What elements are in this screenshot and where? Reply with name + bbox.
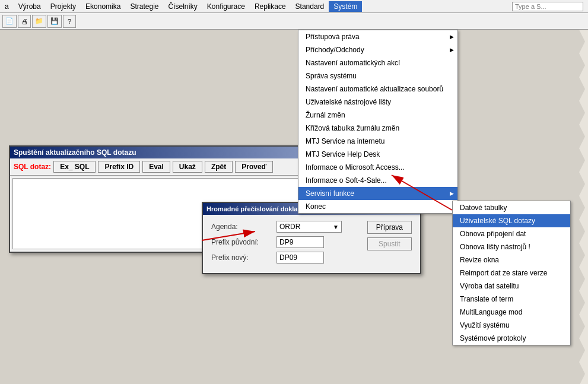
submenu-reimport[interactable]: Reimport dat ze stare verze bbox=[453, 266, 570, 280]
jagged-svg bbox=[573, 30, 588, 384]
agenda-select[interactable]: ORDR ▼ bbox=[276, 221, 342, 233]
agenda-dropdown-arrow: ▼ bbox=[333, 224, 339, 230]
menu-item-replikace[interactable]: Replikace bbox=[250, 1, 291, 12]
menu-zurnal-zmen[interactable]: Žurnál změn bbox=[298, 109, 457, 122]
jagged-edge bbox=[573, 30, 588, 384]
agenda-value: ORDR bbox=[279, 223, 300, 231]
menu-mtj-internet[interactable]: MTJ Service na internetu bbox=[298, 135, 457, 148]
toolbar-btn-save[interactable]: 💾 bbox=[47, 15, 62, 28]
menu-krizova-tabulka[interactable]: Křížová tabulka žurnálu změn bbox=[298, 122, 457, 135]
submenu-vyuziti-systemu[interactable]: Využití systému bbox=[453, 319, 570, 332]
toolbar-btn-open[interactable]: 📁 bbox=[32, 15, 46, 28]
system-dropdown-menu: Přístupová práva Příchody/Odchody Nastav… bbox=[298, 30, 458, 214]
submenu-multilanguage[interactable]: MultiLanguage mod bbox=[453, 306, 570, 319]
sql-btn-eval[interactable]: Eval bbox=[142, 161, 170, 173]
spustit-btn[interactable]: Spustit bbox=[367, 237, 412, 250]
main-area: Přístupová práva Příchody/Odchody Nastav… bbox=[0, 30, 588, 384]
menu-konec[interactable]: Konec bbox=[298, 200, 457, 213]
prefix-novy-label: Prefix nový: bbox=[211, 253, 276, 262]
sql-btn-prefix[interactable]: Prefix ID bbox=[98, 161, 140, 173]
prefix-novy-input[interactable] bbox=[276, 252, 324, 264]
menu-item-konfigurace[interactable]: Konfigurace bbox=[202, 1, 250, 12]
form-row-prefix-novy: Prefix nový: bbox=[211, 252, 412, 264]
hromadne-title: Hromadné přečíslování dokladů bbox=[206, 205, 306, 212]
search-area bbox=[512, 2, 588, 11]
servisni-submenu: Datové tabulky Uživatelské SQL dotazy Ob… bbox=[452, 201, 571, 345]
menu-item-projekty[interactable]: Projekty bbox=[46, 1, 81, 12]
menu-item-a[interactable]: a bbox=[0, 1, 14, 12]
sql-btn-proved[interactable]: Proveď bbox=[235, 161, 273, 173]
menu-item-ciselniky[interactable]: Číselníky bbox=[163, 1, 202, 12]
submenu-sql-dotazy[interactable]: Uživatelské SQL dotazy bbox=[453, 214, 570, 227]
sql-btn-zpet[interactable]: Zpět bbox=[205, 161, 233, 173]
menu-mtj-helpdesk[interactable]: MTJ Service Help Desk bbox=[298, 148, 457, 161]
search-input[interactable] bbox=[512, 2, 583, 11]
menu-item-standard[interactable]: Standard bbox=[291, 1, 329, 12]
menu-item-ekonomika[interactable]: Ekonomika bbox=[81, 1, 125, 12]
action-buttons: Příprava Spustit bbox=[367, 221, 412, 250]
submenu-vyroba-satelitu[interactable]: Výroba dat satelitu bbox=[453, 280, 570, 293]
toolbar: 📄 🖨 📁 💾 ? bbox=[0, 13, 588, 30]
menu-nastaveni-automatickych[interactable]: Nastavení automatických akcí bbox=[298, 56, 457, 69]
menu-info-access[interactable]: Informace o Microsoft Access... bbox=[298, 161, 457, 174]
menu-pristupova-prava[interactable]: Přístupová práva bbox=[298, 30, 457, 43]
sql-dialog-title: Spuštění aktualizačního SQL dotazu bbox=[14, 148, 136, 157]
submenu-obnova-pripojeni[interactable]: Obnova připojení dat bbox=[453, 227, 570, 240]
agenda-label: Agenda: bbox=[211, 223, 276, 231]
submenu-revize-okna[interactable]: Revize okna bbox=[453, 253, 570, 266]
priprava-btn[interactable]: Příprava bbox=[367, 221, 412, 234]
submenu-systemove-protokoly[interactable]: Systémové protokoly bbox=[453, 332, 570, 345]
menu-nastaveni-aktualizace[interactable]: Nastavení automatické aktualizace soubor… bbox=[298, 82, 457, 96]
toolbar-btn-print[interactable]: 🖨 bbox=[18, 15, 31, 28]
menu-bar: a Výroba Projekty Ekonomika Strategie Čí… bbox=[0, 0, 588, 13]
toolbar-btn-help[interactable]: ? bbox=[63, 15, 76, 28]
submenu-obnova-listy[interactable]: Obnova lišty nástrojů ! bbox=[453, 240, 570, 253]
prefix-puvodni-input[interactable] bbox=[276, 236, 324, 248]
sql-label: SQL dotaz: bbox=[14, 163, 51, 171]
submenu-translate-term[interactable]: Translate of term bbox=[453, 293, 570, 306]
menu-item-vyroba[interactable]: Výroba bbox=[14, 1, 46, 12]
sql-btn-ex[interactable]: Ex_ SQL bbox=[53, 161, 96, 173]
menu-item-system[interactable]: Systém bbox=[329, 1, 362, 12]
prefix-puvodni-label: Prefix původní: bbox=[211, 238, 276, 246]
toolbar-btn-new[interactable]: 📄 bbox=[2, 15, 17, 28]
submenu-datove-tabulky[interactable]: Datové tabulky bbox=[453, 201, 570, 214]
menu-uzivatelske-listy[interactable]: Uživatelské nástrojové lišty bbox=[298, 96, 457, 109]
hromadne-content: Agenda: ORDR ▼ Prefix původní: Prefix no… bbox=[203, 215, 420, 273]
menu-prichody-odchody[interactable]: Příchody/Odchody bbox=[298, 43, 457, 56]
menu-info-soft4sale[interactable]: Informace o Soft-4-Sale... bbox=[298, 174, 457, 187]
menu-item-strategie[interactable]: Strategie bbox=[125, 1, 163, 12]
sql-btn-ukaz[interactable]: Ukaž bbox=[173, 161, 202, 173]
menu-servisni-funkce[interactable]: Servisní funkce bbox=[298, 187, 457, 200]
menu-sprava-systemu[interactable]: Správa systému bbox=[298, 69, 457, 82]
